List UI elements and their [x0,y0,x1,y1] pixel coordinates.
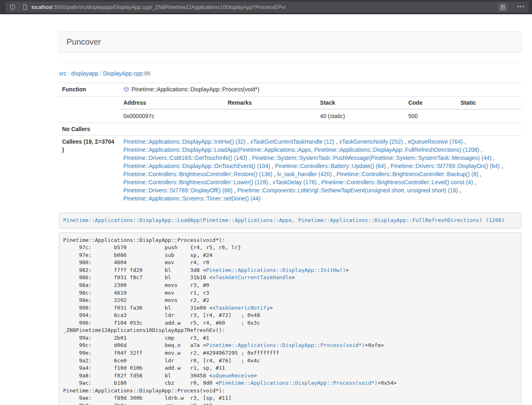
shield-icon[interactable] [6,4,16,11]
code-line: 97e: b086 sub sp, #24 [63,252,517,259]
col-static: Static [457,97,521,109]
code-text: > [346,267,349,273]
symbol-value-row: 0x0000097c 40 (static) 500 [120,109,521,123]
breadcrumb-separator: / [67,70,71,77]
code-text: Pinetime::Applications::DisplayApp::Proc… [63,388,225,394]
callee-link[interactable]: Pinetime::Drivers::St7789::DisplayOn() (… [390,163,500,169]
url-bar[interactable]: localhost:5000/path/src/displayapp/Displ… [6,2,529,13]
app-title-panel: Puncover [59,31,521,53]
code-line: 986: f031 f8c7 bl 31b18 <xTaskGetCurrent… [63,274,517,282]
code-text: _ZN8Pinetime12Applications10DisplayApp7R… [63,327,225,333]
code-line: 9a8: f02f fd56 bl 30458 <xQueueReceive> [63,372,517,380]
no-callers-label: No Callers [59,123,120,136]
callee-link[interactable]: xQueueReceive (764) [407,138,463,145]
callee-link[interactable]: Pinetime::Controllers::BrightnessControl… [336,171,478,177]
code-text: 9a8: f02f fd56 bl 30458 < [63,373,213,379]
cube-icon [123,86,129,94]
code-text: 97c: b570 push {r4, r5, r6, lr} [63,244,241,250]
callee-link[interactable]: Pinetime::Applications::DisplayApp::OnTo… [123,163,270,169]
callee-link[interactable]: Pinetime::Applications::DisplayApp::Load… [123,146,479,153]
code-line: 982: f7ff fd29 bl 3d8 <Pinetime::Applica… [63,267,517,274]
code-line: Pinetime::Applications::DisplayApp::Proc… [63,237,517,244]
code-text: 9a2: 6ce0 ldr r0, [r4, #76] ; 0x4c [63,358,260,364]
reader-mode-icon[interactable] [498,3,508,12]
function-name: Pinetime::Applications::DisplayApp::Proc… [131,86,259,93]
code-text: > [269,305,273,311]
toolbar-separator [512,4,513,11]
callers-cell [120,123,521,136]
code-header-box: Pinetime::Applications::DisplayApp::Load… [59,213,521,228]
code-line: Pinetime::Applications::DisplayApp::Proc… [63,387,517,395]
url-path: :5000/path/src/displayapp/DisplayApp.cpp… [52,4,286,10]
code-symbol-link[interactable]: Pinetime::Applications::DisplayApp::Proc… [219,380,377,386]
menu-icon[interactable]: ••• [515,4,529,11]
callees-label: Callees (19, Σ=3704 ) [59,136,120,205]
code-line: 98e: 2202 movs r2, #2 [63,297,517,304]
callee-link[interactable]: Pinetime::Applications::DisplayApp::Init… [123,138,246,145]
callee-link[interactable]: vTaskDelay (176) [273,179,317,185]
code-line: 996: f104 053c add.w r5, r4, #60 ; 0x3c [63,319,517,327]
code-line: 98c: 4619 mov r1, r3 [63,289,517,297]
identity-separator [19,4,19,11]
code-symbol-link[interactable]: xTaskGetCurrentTaskHandle [212,274,292,280]
disassembly-block: Pinetime::Applications::DisplayApp::Proc… [59,233,521,405]
callee-link[interactable]: xTaskGenericNotify (252) [339,138,403,145]
code-text: 980: 4604 mov r4, r0 [63,259,209,265]
divider [59,62,521,62]
url-text[interactable]: localhost:5000/path/src/displayapp/Displ… [32,4,498,10]
empty-label [59,97,120,123]
callee-link[interactable]: Pinetime::System::SystemTask::PushMessag… [252,155,492,161]
code-text: 98c: 4619 mov r1, r3 [63,290,209,296]
code-line: 990: f031 fa36 bl 31e00 <xTaskGenericNot… [63,304,517,312]
breadcrumb: src / displayapp / DisplayApp.cpp:86 [59,69,521,78]
callers-row: No Callers [59,123,521,136]
callees-row: Callees (19, Σ=3704 ) Pinetime::Applicat… [59,136,521,205]
code-value: 500 [405,109,457,123]
code-line: 9ac: b180 cbz r0, 9d0 <Pinetime::Applica… [63,379,517,387]
code-symbol-link[interactable]: Pinetime::Applications::DisplayApp::Proc… [206,342,365,348]
code-text: 99c: d06d beq.n a7a < [63,342,206,348]
page-proxy-icon[interactable] [22,4,28,10]
callee-link[interactable]: xTaskGetCurrentTaskHandle (12) [250,138,334,145]
address-value: 0x0000097c [120,109,224,123]
code-text: +0x54> [377,380,396,386]
code-symbol-link[interactable]: xQueueReceive [212,373,254,379]
page-content: Puncover src / displayapp / DisplayApp.c… [59,31,521,405]
callee-link[interactable]: Pinetime::Drivers::Cst816S::GetTouchInfo… [123,155,247,161]
code-line: 99c: d06d beq.n a7a <Pinetime::Applicati… [63,342,517,349]
code-symbol-link[interactable]: xTaskGenericNotify [212,305,269,311]
callee-link[interactable]: Pinetime::Components::LittleVgl::SetNewT… [237,187,458,194]
function-row: Function Pinetime::Applications::Display… [59,83,521,97]
col-remarks: Remarks [224,97,317,109]
code-line: 99a: 2b01 cmp r3, #1 [63,334,517,342]
code-header-link[interactable]: Pinetime::Applications::DisplayApp::Load… [63,217,505,223]
stack-value: 40 (static) [317,109,405,123]
col-code: Code [405,97,457,109]
breadcrumb-link[interactable]: DisplayApp.cpp [103,70,142,77]
code-line: 98a: 2300 movs r3, #0 [63,282,517,289]
page-title: Puncover [67,37,101,46]
breadcrumb-link[interactable]: displayapp [71,70,98,77]
code-line: 980: 4604 mov r4, r0 [63,259,517,267]
breadcrumb-link[interactable]: src [59,70,67,77]
callee-link[interactable]: Pinetime::Controllers::BrightnessControl… [321,179,473,185]
code-text: 99e: f04f 32ff mov.w r2, #4294967295 ; 0… [63,350,279,356]
code-text: 9a4: f10d 010b add.w r1, sp, #11 [63,365,225,371]
code-line: 9a4: f10d 010b add.w r1, sp, #11 [63,364,517,372]
col-stack: Stack [317,97,405,109]
callee-link[interactable]: Pinetime::Controllers::BrightnessControl… [123,179,268,185]
callee-link[interactable]: Pinetime::Controllers::BrightnessControl… [123,171,272,177]
code-line: 9ae: f89d 300b ldrb.w r3, [sp, #11] [63,394,517,402]
code-line: 99e: f04f 32ff mov.w r2, #4294967295 ; 0… [63,349,517,357]
callee-link[interactable]: Pinetime::Applications::Screens::Timer::… [123,195,261,202]
callee-link[interactable]: Pinetime::Controllers::Battery::Update()… [275,163,386,169]
callee-link[interactable]: lv_task_handler (420) [277,171,332,177]
code-text: 9ac: b180 cbz r0, 9d0 < [63,380,219,386]
symbol-detail-cell: Address Remarks Stack Code Static 0x0000… [120,97,521,123]
code-text: 982: f7ff fd29 bl 3d8 < [63,267,206,273]
callee-link[interactable]: Pinetime::Drivers::St7789::DisplayOff() … [123,187,233,194]
url-host: localhost [32,4,52,10]
code-symbol-link[interactable]: Pinetime::Applications::DisplayApp::Init… [206,267,346,273]
code-text: 986: f031 f8c7 bl 31b18 < [63,274,213,280]
code-text: +0xfe> [365,342,384,348]
